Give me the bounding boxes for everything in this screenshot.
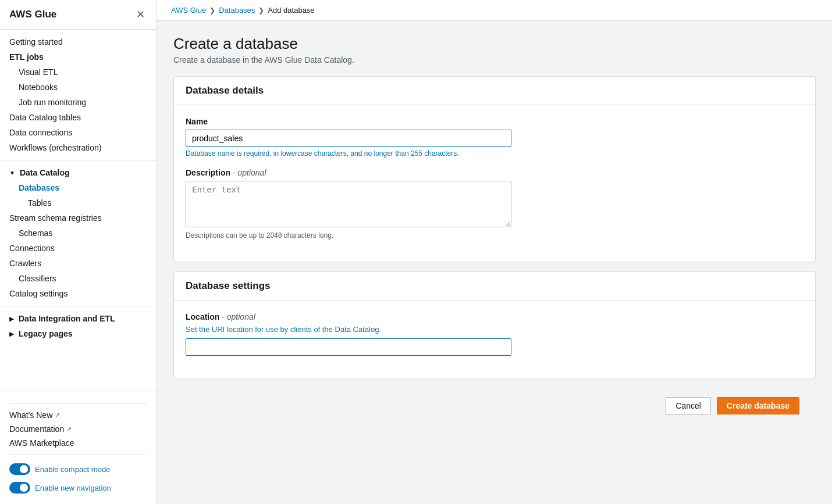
name-input[interactable] xyxy=(186,130,511,147)
sidebar: AWS Glue ✕ Getting started ETL jobs Visu… xyxy=(0,0,157,504)
sidebar-item-label: Databases xyxy=(19,183,59,192)
sidebar-item-classifiers[interactable]: Classifiers xyxy=(0,271,157,286)
expand-arrow-icon-3: ▶ xyxy=(9,331,14,337)
breadcrumb-add-database: Add database xyxy=(268,6,314,15)
sidebar-close-button[interactable]: ✕ xyxy=(134,8,147,21)
database-details-title: Database details xyxy=(174,77,815,105)
sidebar-item-label: Crawlers xyxy=(9,259,41,268)
sidebar-header: AWS Glue ✕ xyxy=(0,0,157,30)
nav-divider-2 xyxy=(0,306,157,306)
description-label-text: Description xyxy=(186,168,230,177)
breadcrumb-databases[interactable]: Databases xyxy=(219,6,255,15)
sidebar-item-label: Connections xyxy=(9,244,55,253)
sidebar-item-data-catalog[interactable]: ▼ Data Catalog xyxy=(0,165,157,180)
description-label: Description - optional xyxy=(186,168,803,177)
external-link-icon-2: ↗ xyxy=(66,426,72,433)
sidebar-item-visual-etl[interactable]: Visual ETL xyxy=(0,65,157,80)
page-content-area: Create a database Create a database in t… xyxy=(157,21,832,438)
breadcrumb: AWS Glue ❯ Databases ❯ Add database xyxy=(157,0,832,21)
sidebar-item-label: Job run monitoring xyxy=(19,98,86,107)
documentation-link[interactable]: Documentation ↗ xyxy=(9,422,147,436)
page-subtitle: Create a database in the AWS Glue Data C… xyxy=(173,55,816,65)
nav-divider-footer-2 xyxy=(9,455,147,455)
sidebar-item-etl-jobs[interactable]: ETL jobs xyxy=(0,49,157,65)
description-optional-text: - optional xyxy=(233,168,266,177)
location-field: Location - optional Set the URI location… xyxy=(186,312,803,356)
sidebar-item-label: Visual ETL xyxy=(19,67,58,77)
sidebar-item-stream-schema[interactable]: Stream schema registries xyxy=(0,210,157,226)
expand-arrow-icon: ▼ xyxy=(9,170,15,176)
sidebar-item-label: Data Catalog xyxy=(20,168,70,177)
location-label-text: Location xyxy=(186,312,219,321)
nav-divider-footer xyxy=(9,403,147,403)
sidebar-nav: Getting started ETL jobs Visual ETL Note… xyxy=(0,30,157,391)
sidebar-item-catalog-settings[interactable]: Catalog settings xyxy=(0,286,157,301)
new-navigation-slider xyxy=(9,482,30,494)
sidebar-item-crawlers[interactable]: Crawlers xyxy=(0,256,157,271)
description-hint: Descriptions can be up to 2048 character… xyxy=(186,231,803,240)
sidebar-item-label: Data connections xyxy=(9,128,72,137)
whats-new-label: What's New xyxy=(9,410,52,420)
main-content: AWS Glue ❯ Databases ❯ Add database Crea… xyxy=(157,0,832,504)
sidebar-title: AWS Glue xyxy=(9,9,56,20)
sidebar-item-label: Notebooks xyxy=(19,83,58,92)
cancel-button[interactable]: Cancel xyxy=(666,397,711,414)
description-field: Description - optional Descriptions can … xyxy=(186,168,803,240)
nav-divider-1 xyxy=(0,160,157,160)
sidebar-item-job-run-monitoring[interactable]: Job run monitoring xyxy=(0,95,157,110)
sidebar-item-label: Legacy pages xyxy=(19,329,73,338)
aws-marketplace-label: AWS Marketplace xyxy=(9,438,74,448)
expand-arrow-icon-2: ▶ xyxy=(9,316,14,322)
sidebar-item-legacy-pages[interactable]: ▶ Legacy pages xyxy=(0,326,157,341)
sidebar-footer: What's New ↗ Documentation ↗ AWS Marketp… xyxy=(0,391,157,504)
sidebar-item-data-connections[interactable]: Data connections xyxy=(0,125,157,140)
breadcrumb-sep-2: ❯ xyxy=(258,6,264,15)
new-navigation-toggle[interactable] xyxy=(9,482,30,494)
location-hint: Set the URI location for use by clients … xyxy=(186,325,803,334)
sidebar-item-label: Data Integration and ETL xyxy=(19,314,115,323)
compact-mode-toggle-row: Enable compact mode xyxy=(9,460,147,478)
compact-mode-label: Enable compact mode xyxy=(35,465,110,474)
database-details-body: Name Database name is required, in lower… xyxy=(174,105,815,262)
sidebar-item-label: Catalog settings xyxy=(9,289,67,298)
sidebar-item-workflows[interactable]: Workflows (orchestration) xyxy=(0,140,157,155)
page-title: Create a database xyxy=(173,35,816,53)
sidebar-item-notebooks[interactable]: Notebooks xyxy=(0,80,157,95)
database-settings-title: Database settings xyxy=(174,272,815,301)
location-label-row: Location - optional xyxy=(186,312,803,321)
compact-mode-toggle[interactable] xyxy=(9,463,30,475)
sidebar-item-label: Data Catalog tables xyxy=(9,113,81,122)
breadcrumb-sep-1: ❯ xyxy=(209,6,215,15)
breadcrumb-aws-glue[interactable]: AWS Glue xyxy=(171,6,206,15)
sidebar-item-label: Schemas xyxy=(19,228,52,238)
sidebar-item-databases[interactable]: Databases xyxy=(0,180,157,195)
database-settings-body: Location - optional Set the URI location… xyxy=(174,301,815,378)
create-database-button[interactable]: Create database xyxy=(717,397,799,414)
database-details-panel: Database details Name Database name is r… xyxy=(173,76,816,262)
sidebar-item-label: Classifiers xyxy=(19,274,56,283)
external-link-icon: ↗ xyxy=(55,412,60,419)
sidebar-item-label: Getting started xyxy=(9,37,63,47)
sidebar-item-label: Tables xyxy=(28,198,51,208)
compact-mode-slider xyxy=(9,463,30,475)
sidebar-item-tables[interactable]: Tables xyxy=(0,195,157,210)
sidebar-item-label: ETL jobs xyxy=(9,52,44,62)
whats-new-link[interactable]: What's New ↗ xyxy=(9,408,147,422)
sidebar-item-getting-started[interactable]: Getting started xyxy=(0,34,157,49)
name-hint: Database name is required, in lowercase … xyxy=(186,149,803,158)
sidebar-item-data-catalog-tables[interactable]: Data Catalog tables xyxy=(0,110,157,125)
database-settings-panel: Database settings Location - optional Se… xyxy=(173,271,816,378)
sidebar-item-schemas[interactable]: Schemas xyxy=(0,226,157,241)
sidebar-item-label: Stream schema registries xyxy=(9,213,102,223)
aws-marketplace-link[interactable]: AWS Marketplace xyxy=(9,436,147,450)
new-navigation-label: Enable new navigation xyxy=(35,484,111,492)
description-textarea[interactable] xyxy=(186,181,511,227)
sidebar-item-connections[interactable]: Connections xyxy=(0,241,157,256)
location-optional-text: - optional xyxy=(222,312,255,321)
sidebar-item-data-integration-etl[interactable]: ▶ Data Integration and ETL xyxy=(0,311,157,326)
location-input[interactable] xyxy=(186,338,511,356)
name-label: Name xyxy=(186,117,803,126)
documentation-label: Documentation xyxy=(9,424,64,434)
actions-row: Cancel Create database xyxy=(173,388,816,424)
new-navigation-toggle-row: Enable new navigation xyxy=(9,478,147,497)
